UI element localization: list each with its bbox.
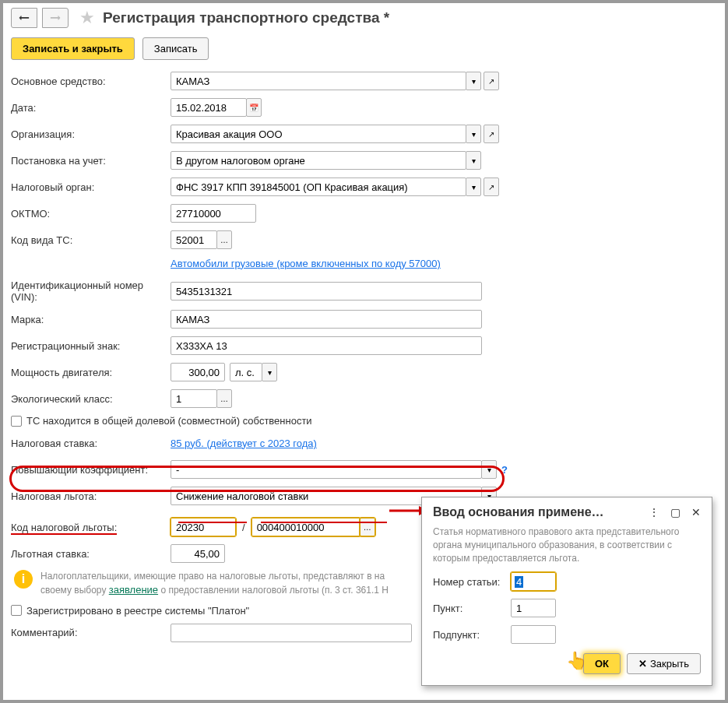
regnum-label: Регистрационный знак: [11,340,171,352]
mult-label: Повышающий коэффициент: [11,464,171,476]
date-label: Дата: [11,102,171,114]
nav-back-button[interactable]: 🠔 [11,8,37,28]
org-label: Организация: [11,128,171,140]
reg-input[interactable] [171,151,466,170]
popup-more-icon[interactable]: ⋮ [649,506,659,518]
eco-label: Экологический класс: [11,393,171,405]
shared-checkbox[interactable] [11,416,22,427]
favorite-star-icon[interactable]: ★ [79,8,95,28]
asset-label: Основное средство: [11,76,171,87]
popup-title: Ввод основания примене… [433,505,604,519]
reg-dropdown-icon[interactable]: ▾ [466,151,481,170]
ts-code-label: Код вида ТС: [11,234,171,246]
main-window: 🠔 🠖 ★ Регистрация транспортного средства… [0,0,728,703]
comment-input[interactable] [171,624,412,642]
comment-label: Комментарий: [11,627,171,638]
shared-label: ТС находится в общей долевой (совместной… [26,415,312,427]
tax-auth-label: Налоговый орган: [11,181,171,193]
popup-close-icon[interactable]: ✕ [691,506,701,518]
rate-link[interactable]: 85 руб. (действует с 2023 года) [171,438,317,449]
power-label: Мощность двигателя: [11,367,171,378]
article-label: Номер статьи: [433,576,511,588]
vin-label: Идентификационный номер (VIN): [11,279,171,303]
popup-close-button[interactable]: ✕Закрыть [627,653,701,674]
benefit-rate-label: Льготная ставка: [11,548,171,560]
punkt-label: Пункт: [433,603,511,614]
benefit-label: Налоговая льгота: [11,490,171,502]
org-input[interactable] [171,125,466,143]
rate-label: Налоговая ставка: [11,438,171,449]
help-icon[interactable]: ? [501,464,508,476]
benefit-code-label: Код налоговой льготы: [11,522,171,533]
ts-code-link[interactable]: Автомобили грузовые (кроме включенных по… [171,258,441,269]
cursor-hand-icon: 👆 [566,651,587,671]
oktmo-label: ОКТМО: [11,208,171,220]
benefit-code-lookup-icon[interactable]: … [360,518,375,536]
popup-restore-icon[interactable]: ▢ [670,506,681,518]
mult-input[interactable] [171,460,482,479]
power-input[interactable] [171,363,225,381]
application-link[interactable]: заявление [109,584,158,596]
page-title: Регистрация транспортного средства * [103,9,389,26]
eco-lookup-icon[interactable]: … [216,389,232,408]
info-icon: i [14,570,33,589]
platon-label: Зарегистрировано в реестре системы "Плат… [26,605,249,617]
regnum-input[interactable] [171,336,482,355]
benefit-rate-input[interactable] [171,544,225,563]
save-and-close-button[interactable]: Записать и закрыть [11,37,135,60]
basis-popup: Ввод основания примене… ⋮ ▢ ✕ Статья нор… [421,497,712,686]
article-input[interactable]: 4 [511,572,556,591]
platon-checkbox[interactable] [11,605,22,616]
titlebar: 🠔 🠖 ★ Регистрация транспортного средства… [11,8,717,28]
benefit-code2-input[interactable] [251,518,360,536]
toolbar: Записать и закрыть Записать [11,37,717,60]
org-open-icon[interactable]: ↗ [484,125,499,143]
eco-input[interactable] [171,389,217,408]
save-button[interactable]: Записать [142,37,209,60]
subpunkt-label: Подпункт: [433,629,511,641]
ts-code-input[interactable] [171,230,217,249]
subpunkt-input[interactable] [511,625,556,644]
asset-open-icon[interactable]: ↗ [484,72,499,90]
popup-desc: Статья нормативного правового акта предс… [433,525,701,564]
power-unit-input[interactable] [230,363,262,381]
oktmo-input[interactable] [171,204,256,223]
ts-code-lookup-icon[interactable]: … [216,230,232,249]
popup-ok-button[interactable]: ОК [583,653,621,674]
nav-forward-button[interactable]: 🠖 [42,8,69,28]
calendar-icon[interactable]: 📅 [246,98,262,117]
mult-dropdown-icon[interactable]: ▾ [481,460,497,479]
org-dropdown-icon[interactable]: ▾ [466,125,481,143]
date-input[interactable] [171,98,247,117]
tax-auth-open-icon[interactable]: ↗ [484,178,499,196]
power-unit-dropdown-icon[interactable]: ▾ [262,363,277,381]
reg-label: Постановка на учет: [11,155,171,167]
brand-input[interactable] [171,310,482,329]
brand-label: Марка: [11,314,171,325]
tax-auth-input[interactable] [171,178,466,196]
benefit-code1-input[interactable] [171,518,236,536]
asset-dropdown-icon[interactable]: ▾ [466,72,481,90]
punkt-input[interactable] [511,599,556,617]
asset-input[interactable] [171,72,466,90]
tax-auth-dropdown-icon[interactable]: ▾ [466,178,481,196]
vin-input[interactable] [171,282,482,301]
